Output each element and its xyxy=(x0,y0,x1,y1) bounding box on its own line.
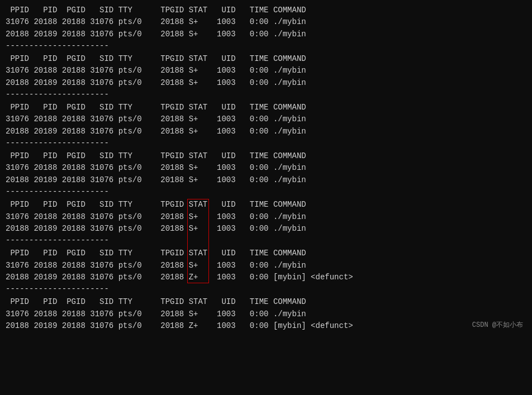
separator: ---------------------- xyxy=(6,40,526,52)
terminal-content: PPID PID PGID SID TTY TPGID STAT UID TIM… xyxy=(6,4,526,332)
separator: ---------------------- xyxy=(6,89,526,101)
process-header: PPID PID PGID SID TTY TPGID STAT UID TIM… xyxy=(6,199,526,211)
process-header: PPID PID PGID SID TTY TPGID STAT UID TIM… xyxy=(6,53,526,65)
process-row: 31076 20188 20188 31076 pts/0 20188 S+ 1… xyxy=(6,16,526,28)
process-header: PPID PID PGID SID TTY TPGID STAT UID TIM… xyxy=(6,4,526,16)
separator: ---------------------- xyxy=(6,186,526,198)
process-row: 20188 20189 20188 31076 pts/0 20188 S+ 1… xyxy=(6,223,526,235)
process-row: 31076 20188 20188 31076 pts/0 20188 S+ 1… xyxy=(6,211,526,223)
separator: ---------------------- xyxy=(6,235,526,246)
terminal: PPID PID PGID SID TTY TPGID STAT UID TIM… xyxy=(6,4,526,332)
block-block7: PPID PID PGID SID TTY TPGID STAT UID TIM… xyxy=(6,296,526,332)
process-row: 20188 20189 20188 31076 pts/0 20188 S+ 1… xyxy=(6,126,526,137)
process-row: 20188 20189 20188 31076 pts/0 20188 Z+ 1… xyxy=(6,272,526,283)
process-row: 20188 20189 20188 31076 pts/0 20188 Z+ 1… xyxy=(6,320,526,332)
block-block1: PPID PID PGID SID TTY TPGID STAT UID TIM… xyxy=(6,4,526,52)
process-header: PPID PID PGID SID TTY TPGID STAT UID TIM… xyxy=(6,102,526,113)
process-row: 31076 20188 20188 31076 pts/0 20188 S+ 1… xyxy=(6,308,526,320)
process-row: 20188 20189 20188 31076 pts/0 20188 S+ 1… xyxy=(6,77,526,89)
process-row: 31076 20188 20188 31076 pts/0 20188 S+ 1… xyxy=(6,113,526,125)
block-block4: PPID PID PGID SID TTY TPGID STAT UID TIM… xyxy=(6,150,526,198)
watermark: CSDN @不如小布 xyxy=(472,320,523,330)
process-row: 31076 20188 20188 31076 pts/0 20188 S+ 1… xyxy=(6,260,526,272)
process-row: 20188 20189 20188 31076 pts/0 20188 S+ 1… xyxy=(6,28,526,40)
process-row: 31076 20188 20188 31076 pts/0 20188 S+ 1… xyxy=(6,65,526,77)
block-block6: PPID PID PGID SID TTY TPGID STAT UID TIM… xyxy=(6,248,526,295)
separator: ---------------------- xyxy=(6,137,526,149)
process-row: 31076 20188 20188 31076 pts/0 20188 S+ 1… xyxy=(6,162,526,174)
block-block5: PPID PID PGID SID TTY TPGID STAT UID TIM… xyxy=(6,199,526,246)
process-header: PPID PID PGID SID TTY TPGID STAT UID TIM… xyxy=(6,248,526,259)
process-row: 20188 20189 20188 31076 pts/0 20188 S+ 1… xyxy=(6,174,526,186)
block-block3: PPID PID PGID SID TTY TPGID STAT UID TIM… xyxy=(6,102,526,149)
block-block2: PPID PID PGID SID TTY TPGID STAT UID TIM… xyxy=(6,53,526,101)
separator: ---------------------- xyxy=(6,283,526,295)
process-header: PPID PID PGID SID TTY TPGID STAT UID TIM… xyxy=(6,150,526,162)
process-header: PPID PID PGID SID TTY TPGID STAT UID TIM… xyxy=(6,296,526,308)
